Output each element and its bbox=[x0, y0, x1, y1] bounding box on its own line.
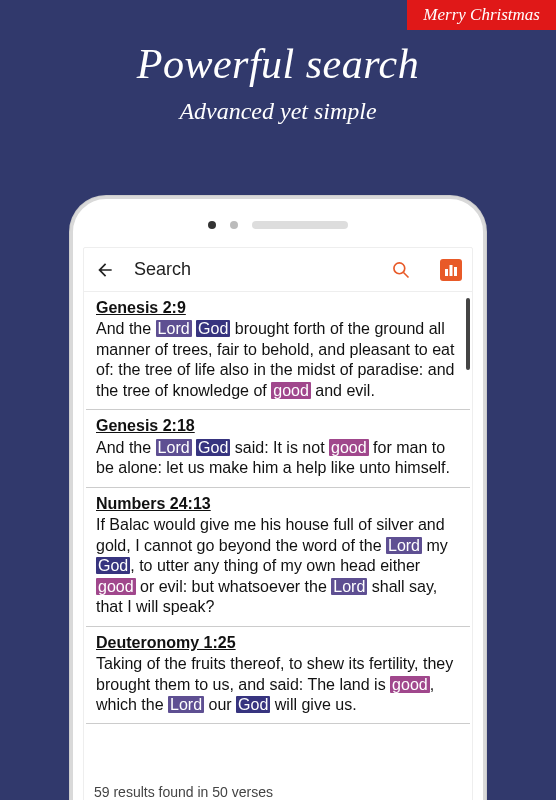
verse-reference[interactable]: Deuteronomy 1:25 bbox=[96, 633, 236, 653]
phone-sensors bbox=[83, 213, 473, 237]
verse-reference[interactable]: Genesis 2:18 bbox=[96, 416, 195, 436]
bar-chart-icon bbox=[444, 263, 458, 277]
verse-text: Taking of the fruits thereof, to shew it… bbox=[96, 654, 460, 715]
camera-dot bbox=[208, 221, 216, 229]
result-item[interactable]: Genesis 2:18And the Lord God said: It is… bbox=[86, 410, 470, 487]
result-item[interactable]: Deuteronomy 1:25Taking of the fruits the… bbox=[86, 627, 470, 725]
verse-reference[interactable]: Genesis 2:9 bbox=[96, 298, 186, 318]
arrow-left-icon bbox=[95, 260, 115, 280]
highlight: God bbox=[196, 439, 230, 456]
highlight: Lord bbox=[156, 439, 192, 456]
svg-rect-4 bbox=[454, 267, 457, 276]
speaker-grille bbox=[252, 221, 348, 229]
highlight: good bbox=[96, 578, 136, 595]
highlight: good bbox=[390, 676, 430, 693]
back-button[interactable] bbox=[94, 259, 116, 281]
verse-text: And the Lord God said: It is not good fo… bbox=[96, 438, 460, 479]
svg-rect-2 bbox=[445, 269, 448, 276]
svg-line-1 bbox=[404, 272, 409, 277]
phone-frame: Search Genesis 2:9And the Lord God broug… bbox=[70, 196, 486, 800]
search-button[interactable] bbox=[390, 259, 412, 281]
verse-text: And the Lord God brought forth of the gr… bbox=[96, 319, 460, 401]
svg-rect-3 bbox=[450, 265, 453, 276]
verse-reference[interactable]: Numbers 24:13 bbox=[96, 494, 211, 514]
sensor-dot bbox=[230, 221, 238, 229]
stats-button[interactable] bbox=[440, 259, 462, 281]
highlight: Lord bbox=[168, 696, 204, 713]
results-list[interactable]: Genesis 2:9And the Lord God brought fort… bbox=[84, 292, 472, 780]
highlight: Lord bbox=[156, 320, 192, 337]
verse-text: If Balac would give me his house full of… bbox=[96, 515, 460, 617]
hero: Powerful search Advanced yet simple bbox=[0, 40, 556, 125]
promo-badge: Merry Christmas bbox=[407, 0, 556, 30]
highlight: Lord bbox=[386, 537, 422, 554]
result-item[interactable]: Genesis 2:9And the Lord God brought fort… bbox=[86, 292, 470, 410]
app-bar: Search bbox=[84, 248, 472, 292]
search-icon bbox=[391, 260, 411, 280]
phone-screen: Search Genesis 2:9And the Lord God broug… bbox=[83, 247, 473, 800]
highlight: good bbox=[271, 382, 311, 399]
highlight: God bbox=[96, 557, 130, 574]
results-count: 59 results found in 50 verses bbox=[84, 780, 472, 800]
scrollbar-thumb[interactable] bbox=[466, 298, 470, 370]
highlight: good bbox=[329, 439, 369, 456]
svg-point-0 bbox=[394, 262, 405, 273]
screen-title: Search bbox=[134, 259, 362, 280]
result-item[interactable]: Numbers 24:13If Balac would give me his … bbox=[86, 488, 470, 627]
highlight: God bbox=[236, 696, 270, 713]
hero-subtitle: Advanced yet simple bbox=[0, 98, 556, 125]
highlight: Lord bbox=[331, 578, 367, 595]
hero-title: Powerful search bbox=[0, 40, 556, 88]
highlight: God bbox=[196, 320, 230, 337]
